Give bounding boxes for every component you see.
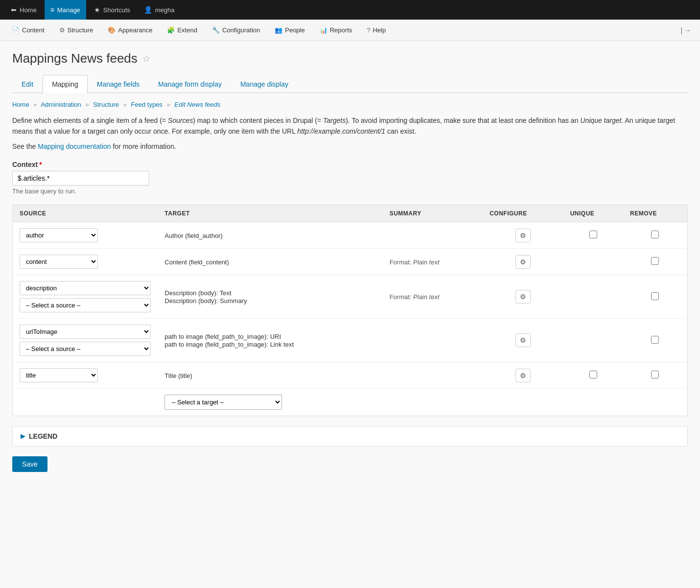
target-text-description: Description (body): Text Description (bo… (164, 289, 247, 305)
admin-menu-people-label: People (285, 26, 304, 34)
admin-menu-content[interactable]: 📄 Content (5, 20, 51, 41)
tab-manage-fields[interactable]: Manage fields (88, 75, 149, 93)
configure-btn-urltoimage[interactable]: ⚙ (515, 333, 531, 347)
admin-menu-structure-label: Structure (68, 26, 93, 34)
content-icon: 📄 (12, 26, 20, 34)
select-target-dropdown[interactable]: – Select a target – Author (field_author… (164, 395, 282, 410)
admin-menu-reports[interactable]: 📊 Reports (313, 20, 359, 41)
legend-arrow-icon: ▶ (21, 433, 25, 440)
reports-icon: 📊 (320, 26, 327, 34)
source-select-urltoimage-primary[interactable]: urlToImage author content description ti… (20, 325, 151, 339)
context-input[interactable] (12, 171, 149, 186)
source-cell-content: content author description title urlToIm… (13, 249, 158, 275)
admin-menu-help[interactable]: ? Help (360, 20, 393, 41)
admin-menu-people[interactable]: 👥 People (268, 20, 311, 41)
configure-cell-content: ⚙ (483, 249, 563, 275)
context-section: Context * The base query to run. (12, 161, 688, 195)
user-icon: 👤 (144, 6, 152, 14)
breadcrumb-structure[interactable]: Structure (93, 101, 119, 108)
configure-btn-content[interactable]: ⚙ (515, 255, 531, 269)
remove-checkbox-author[interactable] (651, 231, 659, 238)
top-bar: ⬅ Home ≡ Manage ★ Shortcuts 👤 megha (0, 0, 700, 20)
admin-menu-configuration[interactable]: 🔧 Configuration (205, 20, 267, 41)
top-nav-home[interactable]: ⬅ Home (5, 0, 43, 20)
top-nav-shortcuts[interactable]: ★ Shortcuts (88, 0, 136, 20)
legend-header[interactable]: ▶ LEGEND (13, 426, 687, 446)
summary-text-content: Format: Plain text (390, 259, 440, 266)
table-row: content author description title urlToIm… (13, 249, 688, 275)
breadcrumb-feed-types[interactable]: Feed types (131, 101, 163, 108)
admin-menu-reports-label: Reports (330, 26, 352, 34)
favorite-icon[interactable]: ☆ (142, 53, 150, 64)
target-cell-title: Title (title) (158, 362, 382, 389)
source-select-description-primary[interactable]: description author content title urlToIm… (20, 281, 151, 295)
configuration-icon: 🔧 (212, 26, 220, 34)
target-cell-description: Description (body): Text Description (bo… (158, 275, 382, 319)
unique-cell-content (563, 249, 623, 275)
breadcrumb-administration[interactable]: Administration (41, 101, 81, 108)
remove-checkbox-title[interactable] (651, 371, 659, 378)
remove-cell-title (623, 362, 688, 389)
target-cell-author: Author (field_author) (158, 222, 382, 249)
source-cell-author: author content description title urlToIm… (13, 222, 158, 249)
configure-cell-description: ⚙ (483, 275, 563, 319)
tab-manage-display[interactable]: Manage display (231, 75, 298, 93)
save-button[interactable]: Save (12, 456, 47, 472)
remove-checkbox-content[interactable] (651, 257, 659, 265)
appearance-icon: 🎨 (108, 26, 116, 34)
manage-icon: ≡ (50, 6, 54, 14)
new-mapping-row: – Select a target – Author (field_author… (13, 389, 688, 416)
summary-cell-content: Format: Plain text (383, 249, 483, 275)
admin-menu-configuration-label: Configuration (222, 26, 260, 34)
col-source: SOURCE (13, 205, 158, 222)
top-nav-user[interactable]: 👤 megha (138, 0, 181, 20)
remove-cell-description (623, 275, 688, 319)
tab-manage-form-display[interactable]: Manage form display (149, 75, 231, 93)
mapping-documentation-link[interactable]: Mapping documentation (38, 142, 111, 150)
breadcrumb-home[interactable]: Home (12, 101, 29, 108)
col-configure: CONFIGURE (483, 205, 563, 222)
summary-cell-description: Format: Plain text (383, 275, 483, 319)
remove-checkbox-description[interactable] (651, 292, 659, 300)
breadcrumb: Home » Administration » Structure » Feed… (12, 101, 688, 108)
admin-menu-structure[interactable]: ⚙ Structure (52, 20, 100, 41)
summary-cell-author (383, 222, 483, 249)
unique-cell-urltoimage (563, 319, 623, 362)
breadcrumb-edit-news-feeds[interactable]: Edit News feeds (174, 101, 220, 108)
summary-cell-title (383, 362, 483, 389)
configure-cell-title: ⚙ (483, 362, 563, 389)
tab-edit[interactable]: Edit (12, 75, 43, 93)
source-select-content[interactable]: content author description title urlToIm… (20, 255, 98, 269)
tabs: Edit Mapping Manage fields Manage form d… (12, 75, 688, 93)
required-mark: * (39, 161, 42, 168)
target-text-urltoimage: path to image (field_path_to_image): URI… (164, 333, 294, 348)
source-select-urltoimage-secondary[interactable]: – Select a source – author content descr… (20, 342, 151, 356)
source-select-description-secondary[interactable]: – Select a source – author content descr… (20, 298, 151, 312)
configure-btn-description[interactable]: ⚙ (515, 290, 531, 304)
unique-cell-description (563, 275, 623, 319)
source-select-author[interactable]: author content description title urlToIm… (20, 228, 98, 242)
unique-checkbox-title[interactable] (589, 371, 597, 378)
unique-cell-title (563, 362, 623, 389)
help-icon: ? (367, 26, 370, 34)
tab-mapping[interactable]: Mapping (43, 75, 88, 93)
remove-checkbox-urltoimage[interactable] (651, 336, 659, 344)
source-cell-description: description author content title urlToIm… (13, 275, 158, 319)
new-mapping-source-cell (13, 389, 158, 416)
admin-menu-extend[interactable]: 🧩 Extend (160, 20, 204, 41)
sidebar-toggle[interactable]: | → (677, 24, 695, 37)
unique-checkbox-author[interactable] (589, 231, 597, 238)
admin-menu-appearance[interactable]: 🎨 Appearance (101, 20, 159, 41)
legend-section: ▶ LEGEND (12, 426, 688, 447)
top-nav-shortcuts-label: Shortcuts (103, 6, 130, 14)
target-text-content: Content (field_content) (164, 259, 229, 266)
page-content: Mappings News feeds ☆ Edit Mapping Manag… (0, 41, 700, 588)
target-text-title: Title (title) (164, 372, 192, 379)
remove-cell-content (623, 249, 688, 275)
top-nav-manage[interactable]: ≡ Manage (45, 0, 86, 20)
legend-label: LEGEND (29, 432, 57, 440)
source-select-title[interactable]: title author content description urlToIm… (20, 368, 98, 382)
mapping-table: SOURCE TARGET SUMMARY CONFIGURE UNIQUE R… (12, 205, 688, 416)
configure-btn-author[interactable]: ⚙ (515, 229, 531, 242)
configure-btn-title[interactable]: ⚙ (515, 369, 531, 382)
